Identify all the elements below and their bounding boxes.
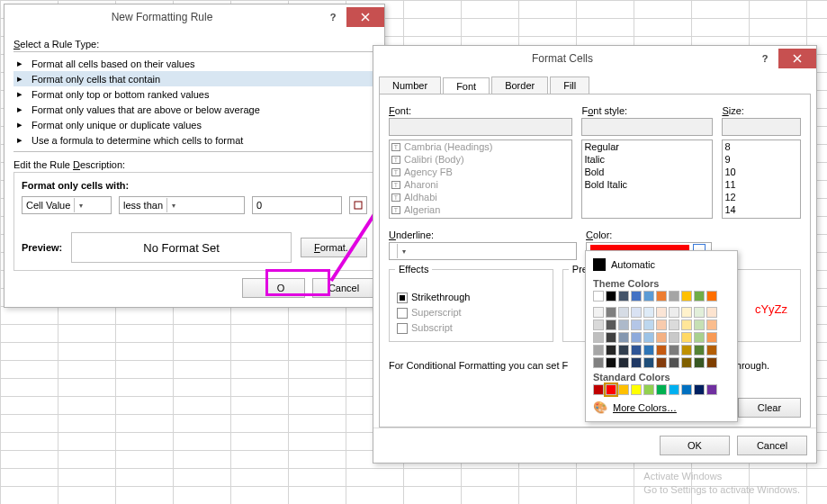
color-swatch[interactable]: [618, 291, 629, 302]
rule-type-item[interactable]: ▸Format all cells based on their values: [13, 56, 375, 71]
color-swatch[interactable]: [593, 332, 604, 343]
color-swatch[interactable]: [606, 332, 616, 343]
color-swatch[interactable]: [643, 345, 654, 356]
color-swatch[interactable]: [643, 332, 654, 343]
color-swatch[interactable]: [631, 357, 642, 368]
list-item[interactable]: 9: [723, 153, 800, 166]
color-swatch[interactable]: [694, 345, 705, 356]
operator-combo[interactable]: less than▾: [119, 196, 245, 214]
color-swatch[interactable]: [656, 332, 667, 343]
color-swatch[interactable]: [631, 320, 642, 330]
strikethrough-checkbox[interactable]: Strikethrough: [397, 292, 545, 303]
color-swatch[interactable]: [631, 345, 642, 356]
ok-button[interactable]: OK: [660, 436, 730, 455]
color-swatch[interactable]: [681, 320, 692, 330]
rule-type-item[interactable]: ▸Format only values that are above or be…: [13, 102, 375, 117]
tab-border[interactable]: Border: [491, 76, 548, 94]
clear-button[interactable]: Clear: [738, 398, 801, 418]
help-button[interactable]: ?: [751, 49, 778, 68]
color-swatch[interactable]: [643, 384, 654, 395]
color-swatch[interactable]: [706, 357, 717, 368]
color-swatch[interactable]: [593, 307, 604, 318]
color-swatch[interactable]: [694, 320, 705, 330]
font-style-list[interactable]: Regular Italic Bold Bold Italic: [581, 140, 713, 219]
color-swatch[interactable]: [681, 307, 692, 318]
color-swatch[interactable]: [681, 345, 692, 356]
close-button[interactable]: [346, 7, 384, 27]
color-swatch[interactable]: [669, 332, 679, 343]
color-swatch[interactable]: [606, 307, 616, 318]
color-swatch[interactable]: [643, 307, 654, 318]
list-item[interactable]: Bold Italic: [582, 178, 712, 191]
help-button[interactable]: ?: [319, 7, 346, 27]
color-swatch[interactable]: [618, 345, 629, 356]
color-swatch[interactable]: [706, 384, 717, 395]
format-button[interactable]: Format...: [301, 238, 367, 257]
color-swatch[interactable]: [694, 357, 705, 368]
color-swatch[interactable]: [593, 345, 604, 356]
color-swatch[interactable]: [618, 307, 629, 318]
value-input[interactable]: 0: [252, 196, 342, 214]
size-list[interactable]: 8 9 10 11 12 14: [722, 140, 801, 219]
color-swatch[interactable]: [593, 320, 604, 330]
font-list[interactable]: TCambria (Headings) TCalibri (Body) TAge…: [389, 140, 572, 219]
color-swatch[interactable]: [656, 345, 667, 356]
tab-font[interactable]: Font: [443, 77, 490, 94]
list-item[interactable]: 10: [723, 166, 800, 178]
tab-number[interactable]: Number: [379, 76, 441, 94]
color-swatch[interactable]: [706, 320, 717, 330]
color-swatch[interactable]: [669, 384, 679, 395]
color-swatch[interactable]: [681, 332, 692, 343]
color-swatch[interactable]: [631, 307, 642, 318]
list-item[interactable]: Italic: [582, 153, 712, 166]
automatic-item[interactable]: Automatic: [593, 256, 730, 274]
color-swatch[interactable]: [694, 384, 705, 395]
color-swatch[interactable]: [618, 384, 629, 395]
range-picker-button[interactable]: [349, 196, 367, 214]
close-button[interactable]: [778, 49, 816, 68]
color-swatch[interactable]: [669, 357, 679, 368]
list-item[interactable]: 12: [723, 191, 800, 203]
color-swatch[interactable]: [694, 332, 705, 343]
color-swatch[interactable]: [643, 357, 654, 368]
tab-fill[interactable]: Fill: [550, 76, 589, 94]
rule-type-item[interactable]: ▸Use a formula to determine which cells …: [13, 132, 375, 148]
color-swatch[interactable]: [669, 345, 679, 356]
list-item[interactable]: 11: [723, 178, 800, 191]
color-swatch[interactable]: [606, 291, 616, 302]
color-swatch[interactable]: [606, 384, 616, 395]
color-swatch[interactable]: [618, 320, 629, 330]
color-swatch[interactable]: [631, 291, 642, 302]
color-swatch[interactable]: [618, 332, 629, 343]
list-item[interactable]: TAlgerian: [390, 203, 571, 216]
color-swatch[interactable]: [669, 320, 679, 330]
list-item[interactable]: Bold: [582, 166, 712, 178]
rule-type-item[interactable]: ▸Format only cells that contain: [13, 71, 375, 86]
color-swatch[interactable]: [681, 384, 692, 395]
color-swatch[interactable]: [706, 291, 717, 302]
color-swatch[interactable]: [631, 384, 642, 395]
criteria-type-combo[interactable]: Cell Value▾: [22, 196, 112, 214]
list-item[interactable]: TCalibri (Body): [390, 153, 571, 166]
color-swatch[interactable]: [631, 332, 642, 343]
color-swatch[interactable]: [593, 291, 604, 302]
rule-type-item[interactable]: ▸Format only unique or duplicate values: [13, 117, 375, 132]
color-swatch[interactable]: [694, 291, 705, 302]
list-item[interactable]: 8: [723, 140, 800, 153]
font-style-input[interactable]: [581, 118, 713, 136]
color-swatch[interactable]: [593, 384, 604, 395]
list-item[interactable]: TAharoni: [390, 178, 571, 191]
color-swatch[interactable]: [606, 320, 616, 330]
color-swatch[interactable]: [681, 291, 692, 302]
underline-combo[interactable]: ▾: [389, 242, 577, 260]
color-swatch[interactable]: [656, 384, 667, 395]
size-input[interactable]: [722, 118, 801, 136]
color-swatch[interactable]: [656, 307, 667, 318]
list-item[interactable]: Regular: [582, 140, 712, 153]
list-item[interactable]: TAgency FB: [390, 166, 571, 178]
font-input[interactable]: [389, 118, 572, 136]
color-swatch[interactable]: [656, 291, 667, 302]
list-item[interactable]: 14: [723, 203, 800, 216]
color-swatch[interactable]: [669, 307, 679, 318]
color-swatch[interactable]: [706, 332, 717, 343]
